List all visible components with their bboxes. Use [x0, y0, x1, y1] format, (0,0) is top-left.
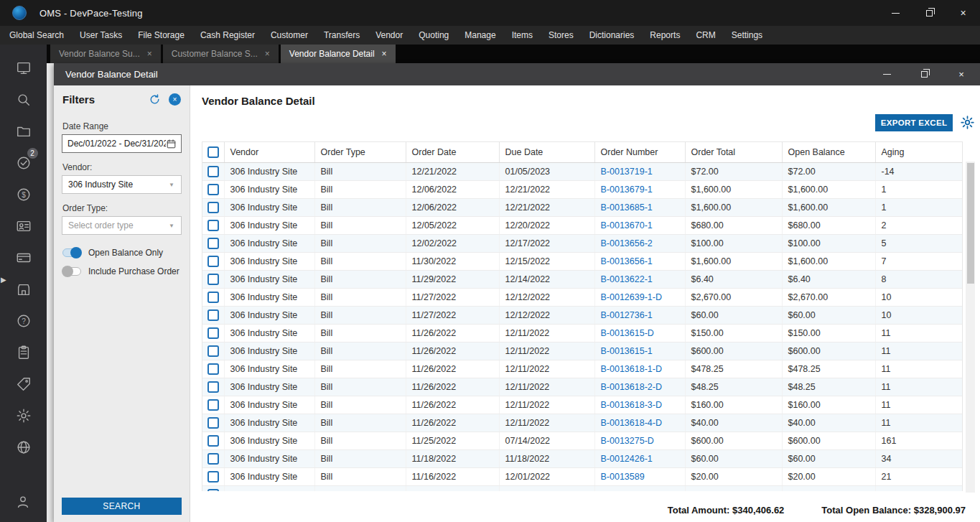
search-icon[interactable]: [8, 84, 39, 116]
row-checkbox[interactable]: [207, 453, 219, 465]
row-checkbox[interactable]: [207, 489, 219, 492]
row-checkbox[interactable]: [207, 256, 219, 267]
column-header-aging[interactable]: Aging: [875, 142, 963, 162]
order-number-link[interactable]: B-0013275-D: [601, 436, 654, 446]
row-checkbox[interactable]: [207, 292, 219, 303]
clear-filters-icon[interactable]: ×: [169, 93, 181, 106]
menu-item-transfers[interactable]: Transfers: [316, 26, 368, 45]
row-checkbox[interactable]: [207, 309, 219, 321]
menu-item-settings[interactable]: Settings: [724, 26, 770, 45]
column-header-order-total[interactable]: Order Total: [685, 142, 782, 162]
row-checkbox[interactable]: [207, 238, 219, 249]
user-icon[interactable]: [7, 486, 39, 518]
order-number-link[interactable]: B-0012639-1-D: [601, 292, 662, 302]
menu-item-cash-register[interactable]: Cash Register: [192, 26, 263, 45]
settings-icon[interactable]: [8, 400, 39, 432]
open-balance-only-toggle[interactable]: [62, 248, 81, 257]
minimize-button[interactable]: [879, 0, 913, 26]
row-checkbox[interactable]: [207, 399, 219, 411]
order-number-link[interactable]: B-0013615-D: [601, 328, 654, 338]
row-checkbox[interactable]: [207, 471, 219, 483]
column-header-order-date[interactable]: Order Date: [406, 142, 499, 162]
row-checkbox[interactable]: [207, 166, 219, 177]
tab[interactable]: Customer Balance S...×: [163, 45, 279, 63]
tab[interactable]: Vendor Balance Su...×: [50, 45, 161, 63]
inner-minimize-button[interactable]: [868, 63, 905, 85]
vertical-scrollbar[interactable]: [966, 162, 975, 493]
order-number-link[interactable]: B-0012736-1: [601, 310, 653, 320]
column-header-order-type[interactable]: Order Type: [314, 142, 406, 162]
column-header-open-balance[interactable]: Open Balance: [782, 142, 875, 162]
globe-icon[interactable]: [8, 432, 39, 463]
refresh-filters-icon[interactable]: [149, 93, 161, 106]
export-excel-button[interactable]: EXPORT EXCEL: [875, 114, 953, 131]
row-checkbox[interactable]: [207, 435, 219, 447]
row-checkbox[interactable]: [207, 417, 219, 429]
tab-close-icon[interactable]: ×: [382, 49, 387, 59]
order-number-link[interactable]: B-0013618-3-D: [601, 400, 662, 410]
help-icon[interactable]: ?: [8, 305, 39, 337]
row-checkbox[interactable]: [207, 381, 219, 393]
tab[interactable]: Vendor Balance Detail×: [281, 45, 396, 63]
order-number-link[interactable]: B-0013618-4-D: [601, 418, 662, 428]
vendor-select[interactable]: 306 Industry Site ▼: [62, 175, 182, 194]
select-all-checkbox[interactable]: [207, 146, 219, 158]
column-header-vendor[interactable]: Vendor: [224, 142, 314, 162]
close-button[interactable]: ×: [946, 0, 980, 26]
row-checkbox[interactable]: [207, 220, 219, 231]
inner-maximize-button[interactable]: [905, 63, 943, 85]
folder-icon[interactable]: [8, 116, 39, 147]
menu-item-stores[interactable]: Stores: [541, 26, 582, 45]
menu-item-manage[interactable]: Manage: [457, 26, 503, 45]
row-checkbox[interactable]: [207, 345, 219, 357]
inner-close-button[interactable]: ×: [943, 63, 980, 85]
menu-item-dictionaries[interactable]: Dictionaries: [582, 26, 643, 45]
column-header-due-date[interactable]: Due Date: [499, 142, 594, 162]
row-checkbox[interactable]: [207, 202, 219, 213]
tab-close-icon[interactable]: ×: [265, 49, 270, 59]
order-number-link[interactable]: B-0013589: [601, 472, 645, 482]
order-number-link[interactable]: B-0013615-1: [601, 346, 653, 356]
order-type-select[interactable]: Select order type ▼: [62, 216, 182, 235]
order-number-link[interactable]: B-0013618-1-D: [601, 364, 662, 374]
order-number-link[interactable]: B-0012426-1: [601, 454, 653, 464]
table-settings-gear-icon[interactable]: [960, 115, 975, 130]
tab-close-icon[interactable]: ×: [147, 49, 152, 59]
row-checkbox[interactable]: [207, 363, 219, 375]
contacts-icon[interactable]: [8, 210, 39, 242]
order-number-link[interactable]: B-0013719-1: [601, 167, 653, 177]
order-number-link[interactable]: B-0013622-1: [601, 274, 653, 284]
order-number-link[interactable]: B-0013656-1: [601, 256, 653, 266]
menu-item-crm[interactable]: CRM: [688, 26, 723, 45]
menu-item-file-storage[interactable]: File Storage: [130, 26, 192, 45]
menu-item-vendor[interactable]: Vendor: [368, 26, 411, 45]
tasks-icon[interactable]: 2: [8, 147, 39, 179]
payments-icon[interactable]: $: [8, 179, 39, 210]
order-number-link[interactable]: B-0013685-1: [601, 202, 653, 213]
order-number-link[interactable]: B-0013618-2-D: [601, 382, 662, 392]
menu-item-user-tasks[interactable]: User Tasks: [72, 26, 130, 45]
order-number-link[interactable]: B-0013670-1: [601, 220, 653, 230]
menu-item-items[interactable]: Items: [504, 26, 541, 45]
row-checkbox[interactable]: [207, 327, 219, 339]
include-purchase-order-toggle[interactable]: [62, 267, 81, 276]
dashboard-icon[interactable]: [8, 52, 39, 84]
order-number-link[interactable]: B-0013656-2: [601, 238, 653, 248]
date-range-input[interactable]: Dec/01/2022 - Dec/31/2022: [62, 134, 182, 153]
column-header-order-number[interactable]: Order Number: [594, 142, 685, 162]
row-checkbox[interactable]: [207, 274, 219, 285]
clipboard-icon[interactable]: [8, 337, 39, 368]
menu-item-reports[interactable]: Reports: [642, 26, 688, 45]
search-button[interactable]: SEARCH: [62, 498, 182, 515]
scrollbar-thumb[interactable]: [967, 163, 974, 284]
store-icon[interactable]: [8, 274, 39, 305]
sidebar-expander-icon[interactable]: ▶: [1, 276, 6, 284]
cash-register-icon[interactable]: [8, 242, 39, 274]
calendar-icon[interactable]: [166, 139, 177, 149]
restore-button[interactable]: [913, 0, 946, 26]
menu-item-global-search[interactable]: Global Search: [1, 26, 72, 45]
tag-icon[interactable]: [8, 368, 39, 400]
menu-item-customer[interactable]: Customer: [263, 26, 316, 45]
row-checkbox[interactable]: [207, 184, 219, 195]
menu-item-quoting[interactable]: Quoting: [411, 26, 457, 45]
